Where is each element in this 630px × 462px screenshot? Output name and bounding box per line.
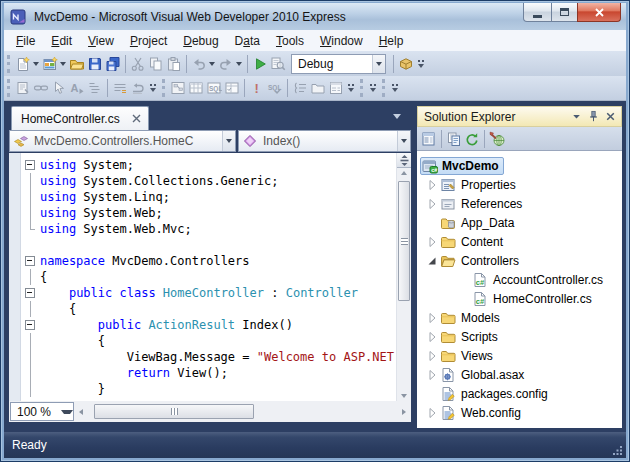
outlining-collapse-box[interactable] <box>22 285 40 301</box>
menu-file[interactable]: File <box>8 32 43 50</box>
copy-button[interactable] <box>147 53 165 75</box>
menu-data[interactable]: Data <box>227 32 268 50</box>
se-refresh-button[interactable] <box>463 129 481 149</box>
start-debugging-button[interactable] <box>251 53 269 75</box>
verify-sql-button[interactable]: SQL <box>266 77 284 99</box>
expand-arrow-icon[interactable] <box>426 179 438 191</box>
find-in-files-button[interactable] <box>269 53 287 75</box>
menu-help[interactable]: Help <box>371 32 412 50</box>
tree-item-homecontroller-cs[interactable]: c#HomeController.cs <box>417 289 622 308</box>
show-sql-pane-button[interactable]: SQL <box>205 77 223 99</box>
dropdown-arrow-icon[interactable] <box>31 53 40 75</box>
collapse-arrow-icon[interactable] <box>426 255 438 267</box>
expand-arrow-icon[interactable] <box>426 407 438 419</box>
tab-list-chevron-icon[interactable] <box>393 114 401 119</box>
tree-item-models[interactable]: Models <box>417 308 622 327</box>
toolbar-grip[interactable] <box>382 79 385 97</box>
menu-window[interactable]: Window <box>312 32 371 50</box>
scroll-down-arrow[interactable] <box>397 394 411 398</box>
paste-button[interactable] <box>165 53 183 75</box>
tree-item-controllers[interactable]: Controllers <box>417 251 622 270</box>
redo-button[interactable] <box>217 53 244 75</box>
dropdown-arrow-icon[interactable] <box>207 53 216 75</box>
window-position-chevron-icon[interactable] <box>568 108 585 125</box>
title-bar[interactable]: MvcDemo - Microsoft Visual Web Developer… <box>4 3 626 30</box>
scroll-up-arrow[interactable] <box>397 171 411 175</box>
tab-close-icon[interactable] <box>132 114 141 123</box>
extension-manager-button[interactable] <box>397 53 415 75</box>
solution-explorer-header[interactable]: Solution Explorer <box>417 106 622 127</box>
menu-debug[interactable]: Debug <box>175 32 226 50</box>
tree-item-web-config[interactable]: Web.config <box>417 403 622 422</box>
tree-item-packages-config[interactable]: packages.config <box>417 384 622 403</box>
add-table-button[interactable] <box>309 77 327 99</box>
tree-item-global-asax[interactable]: Global.asax <box>417 365 622 384</box>
editor-vertical-scrollbar[interactable] <box>396 153 411 401</box>
vertical-scroll-thumb[interactable] <box>398 181 410 301</box>
font-size-button[interactable]: A <box>68 77 86 99</box>
type-navigator-dropdown[interactable]: MvcDemo.Controllers.HomeC <box>9 130 236 152</box>
undo-button[interactable] <box>190 53 217 75</box>
scroll-right-arrow[interactable] <box>402 403 406 420</box>
dropdown-arrow-icon[interactable] <box>222 131 235 151</box>
outlining-collapse-box[interactable] <box>22 317 40 333</box>
dropdown-arrow-icon[interactable] <box>234 53 243 75</box>
menu-tools[interactable]: Tools <box>268 32 312 50</box>
tree-item-references[interactable]: References <box>417 194 622 213</box>
expand-arrow-icon[interactable] <box>426 198 438 210</box>
editor-horizontal-scrollbar[interactable] <box>76 403 409 420</box>
code-editor[interactable]: using System;using System.Collections.Ge… <box>9 153 411 401</box>
tree-item-accountcontroller-cs[interactable]: c#AccountController.cs <box>417 270 622 289</box>
save-all-button[interactable] <box>104 53 122 75</box>
attach-stylesheet-button[interactable] <box>32 77 50 99</box>
menu-view[interactable]: View <box>80 32 122 50</box>
new-web-site-button[interactable] <box>41 53 68 75</box>
expand-arrow-icon[interactable] <box>426 369 438 381</box>
tree-item-properties[interactable]: Properties <box>417 175 622 194</box>
tree-item-views[interactable]: Views <box>417 346 622 365</box>
properties-window-button[interactable] <box>327 77 345 99</box>
show-diagram-pane-button[interactable] <box>169 77 187 99</box>
outlining-collapse-box[interactable] <box>22 253 40 269</box>
toolbar-grip[interactable] <box>162 79 165 97</box>
editor-tab-homecontroller[interactable]: HomeController.cs <box>11 106 149 130</box>
se-aspnet-config-button[interactable] <box>488 129 506 149</box>
tree-item-mvcdemo[interactable]: c#MvcDemo <box>417 156 622 175</box>
toolbar-grip[interactable] <box>360 79 363 97</box>
toolbar-overflow-button[interactable] <box>345 77 357 99</box>
toolbar-overflow-button[interactable] <box>367 77 379 99</box>
auto-hide-pin-icon[interactable] <box>585 108 602 125</box>
new-style-button[interactable] <box>14 77 32 99</box>
outlining-collapse-box[interactable] <box>22 157 40 173</box>
menu-project[interactable]: Project <box>122 32 175 50</box>
zoom-level-dropdown[interactable]: 100 % <box>10 402 74 421</box>
zoom-dropdown-arrow-icon[interactable] <box>61 403 73 420</box>
expand-arrow-icon[interactable] <box>426 331 438 343</box>
horizontal-scroll-thumb[interactable] <box>94 404 254 419</box>
new-item-button[interactable] <box>14 53 41 75</box>
se-properties-button[interactable] <box>420 129 438 149</box>
show-grid-pane-button[interactable] <box>187 77 205 99</box>
execute-query-button[interactable]: ! <box>248 77 266 99</box>
dropdown-arrow-icon[interactable] <box>397 131 410 151</box>
undo-format-button[interactable] <box>129 77 147 99</box>
resize-grip[interactable] <box>612 445 623 456</box>
maximize-button[interactable] <box>551 3 578 22</box>
toolbar-overflow-button[interactable] <box>415 53 427 75</box>
close-button[interactable] <box>577 3 621 22</box>
member-navigator-dropdown[interactable]: Index() <box>238 130 411 152</box>
toolbar-overflow-button[interactable] <box>389 77 401 99</box>
expand-arrow-icon[interactable] <box>426 350 438 362</box>
format-lines-button[interactable] <box>111 77 129 99</box>
se-copy-web-site-button[interactable] <box>445 129 463 149</box>
show-criteria-pane-button[interactable] <box>223 77 241 99</box>
tree-item-app-data[interactable]: App_Data <box>417 213 622 232</box>
toolbar-overflow-button[interactable] <box>147 77 159 99</box>
scroll-left-arrow[interactable] <box>79 403 83 420</box>
cut-button[interactable] <box>129 53 147 75</box>
toolbar-grip[interactable] <box>7 79 10 97</box>
tree-item-content[interactable]: Content <box>417 232 622 251</box>
toolbar-grip[interactable] <box>7 55 10 73</box>
close-panel-icon[interactable] <box>602 108 619 125</box>
add-group-by-button[interactable] <box>291 77 309 99</box>
